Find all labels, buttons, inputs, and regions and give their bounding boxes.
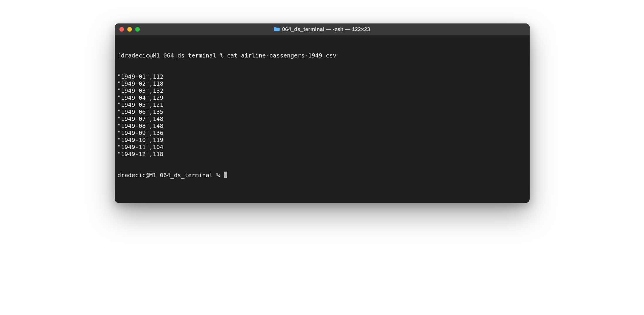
output-line: "1949-03",132 [118,87,527,94]
output-line: "1949-08",148 [118,122,527,129]
prompt: dradecic@M1 064_ds_terminal % [118,172,223,179]
output-line: "1949-06",135 [118,108,527,115]
terminal-window: 064_ds_terminal — -zsh — 122×23 [dradeci… [115,23,530,203]
output-line: "1949-11",104 [118,143,527,150]
minimize-window-button[interactable] [127,27,132,32]
folder-icon [274,26,280,32]
cursor-block [224,172,227,178]
output-line: "1949-10",119 [118,136,527,143]
output-line: "1949-02",118 [118,80,527,87]
current-prompt-line: dradecic@M1 064_ds_terminal % [118,172,527,179]
output-line: "1949-01",112 [118,73,527,80]
command-line: [dradecic@M1 064_ds_terminal % cat airli… [118,52,527,59]
output-line: "1949-12",118 [118,150,527,158]
command-output: "1949-01",112"1949-02",118"1949-03",132"… [118,73,527,158]
terminal-body[interactable]: [dradecic@M1 064_ds_terminal % cat airli… [115,35,530,203]
output-line: "1949-07",148 [118,115,527,122]
prompt-and-command: dradecic@M1 064_ds_terminal % cat airlin… [121,52,337,59]
output-line: "1949-05",121 [118,101,527,108]
close-window-button[interactable] [119,27,124,32]
window-controls [119,27,140,32]
window-title: 064_ds_terminal — -zsh — 122×23 [282,26,370,33]
window-titlebar: 064_ds_terminal — -zsh — 122×23 [115,23,530,35]
output-line: "1949-09",136 [118,129,527,136]
zoom-window-button[interactable] [135,27,140,32]
output-line: "1949-04",129 [118,94,527,101]
